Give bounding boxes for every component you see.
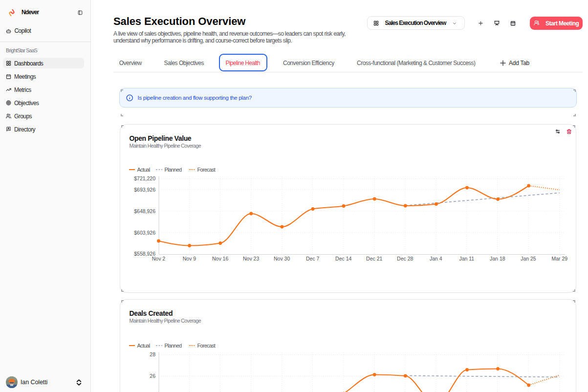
svg-text:Nov 23: Nov 23 xyxy=(243,256,259,261)
svg-text:Nov 2: Nov 2 xyxy=(152,256,166,261)
svg-text:Jan 11: Jan 11 xyxy=(459,256,474,261)
svg-text:Jan 4: Jan 4 xyxy=(430,256,442,261)
svg-text:$603,926: $603,926 xyxy=(134,230,155,236)
svg-text:$648,926: $648,926 xyxy=(134,208,155,214)
svg-text:Mar 29: Mar 29 xyxy=(551,256,567,261)
svg-text:28: 28 xyxy=(150,351,155,357)
svg-text:$693,926: $693,926 xyxy=(134,187,155,193)
svg-text:Dec 14: Dec 14 xyxy=(335,256,351,261)
svg-text:Dec 28: Dec 28 xyxy=(397,256,413,261)
svg-text:Nov 9: Nov 9 xyxy=(183,256,196,261)
svg-text:Dec 7: Dec 7 xyxy=(306,256,320,261)
svg-text:Jan 25: Jan 25 xyxy=(521,256,536,261)
svg-text:26: 26 xyxy=(150,373,155,379)
svg-text:Nov 30: Nov 30 xyxy=(274,256,290,261)
svg-text:Nov 16: Nov 16 xyxy=(212,256,228,261)
svg-text:$721,220: $721,220 xyxy=(134,175,155,181)
svg-text:Dec 21: Dec 21 xyxy=(366,256,382,261)
svg-text:Jan 18: Jan 18 xyxy=(490,256,505,261)
